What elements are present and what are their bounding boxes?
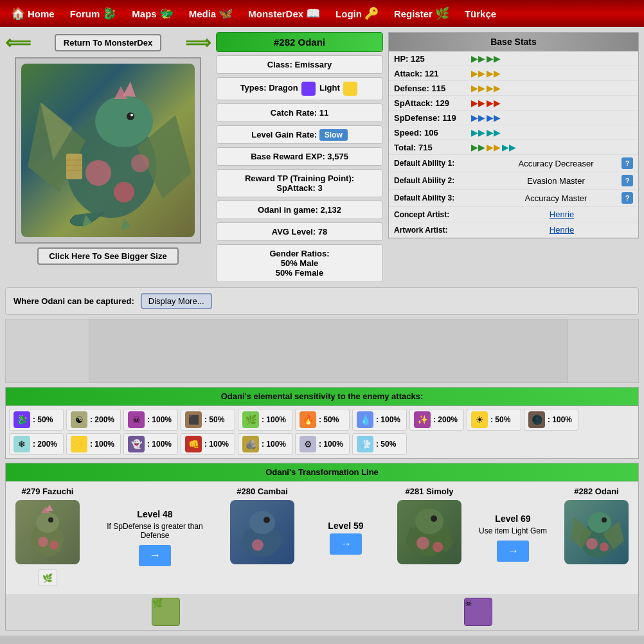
- psychic-type-icon: ✨: [414, 411, 431, 428]
- maps-icon: 🐲: [159, 6, 174, 21]
- svg-point-39: [588, 512, 611, 533]
- svg-point-32: [415, 508, 443, 534]
- capture-row: Where Odani can be captured: Display Mor…: [5, 287, 639, 315]
- bigger-size-button[interactable]: Click Here To See Bigger Size: [37, 247, 179, 265]
- spd-arrow-1: ▶▶: [471, 112, 485, 123]
- nav-forum[interactable]: Forum 🐉: [62, 6, 125, 21]
- svg-point-33: [431, 515, 437, 522]
- earth-value: : 50%: [204, 415, 224, 424]
- wind-type-icon: 💨: [357, 436, 373, 452]
- sensitivity-item-psychic: ✨ : 200%: [409, 409, 464, 431]
- monster-image-box: [15, 57, 201, 244]
- def-arrow-2: ▶▶: [487, 83, 501, 93]
- poison-value: : 100%: [147, 415, 172, 424]
- artwork-artist-link[interactable]: Henrie: [490, 225, 633, 235]
- evolution-2: Level 59 →: [304, 481, 388, 594]
- nav-register[interactable]: Register 🌿: [386, 6, 457, 21]
- concept-artist-link[interactable]: Henrie: [490, 210, 633, 219]
- nav-monsterdex[interactable]: MonsterDex 📖: [240, 6, 328, 21]
- nav-language[interactable]: Türkçe: [457, 8, 504, 19]
- svg-point-20: [48, 517, 53, 523]
- top-section: ⟸ Return To MonsterDex ⟹: [5, 32, 639, 282]
- nav-login[interactable]: Login 🔑: [328, 6, 386, 21]
- ability-1-help[interactable]: ?: [622, 157, 633, 169]
- normal-type-icon: ☯: [71, 411, 87, 428]
- ice-type-icon: ❄: [13, 436, 30, 452]
- bottom-icons: 🌿 ☠: [6, 594, 638, 630]
- sensitivity-item-normal: ☯ : 200%: [66, 409, 121, 431]
- map-left: [6, 319, 89, 382]
- display-more-button[interactable]: Display More...: [141, 293, 212, 309]
- evolution-3: Level 69 Use item Light Gem →: [471, 481, 555, 594]
- stat-hp: HP: 125 ▶▶ ▶▶: [389, 51, 638, 66]
- type-light-icon: [343, 82, 357, 96]
- tot-arrow-3: ▶▶: [502, 142, 516, 152]
- in-game-row: Odani in game: 2,132: [216, 201, 383, 219]
- spd2-arrow-2: ▶▶: [487, 127, 501, 138]
- dark-value: : 100%: [548, 415, 572, 424]
- ability-1-row: Default Ability 1: Accuracy Decreaser ?: [389, 155, 638, 172]
- types-row: Types: Dragon Light: [216, 77, 383, 100]
- fazuchi-image: [15, 500, 80, 564]
- sensitivity-item-ghost: 👻 : 100%: [123, 433, 178, 455]
- water-value: : 100%: [376, 415, 400, 424]
- stats-title: Base Stats: [389, 33, 638, 51]
- sensitivity-item-dragon: 🐉 : 50%: [9, 409, 64, 431]
- register-icon: 🌿: [435, 6, 449, 21]
- stats-box: Base Stats HP: 125 ▶▶ ▶▶ Attack: 121 ▶▶ …: [388, 32, 639, 238]
- right-panel: Base Stats HP: 125 ▶▶ ▶▶ Attack: 121 ▶▶ …: [388, 32, 639, 282]
- stat-total: Total: 715 ▶▶ ▶▶ ▶▶: [389, 140, 638, 155]
- transform-mon-2: #280 Cambai: [220, 481, 304, 594]
- svg-point-26: [249, 511, 275, 534]
- sensitivity-item-light: ☀ : 50%: [467, 409, 521, 431]
- prev-arrow[interactable]: ⟸: [5, 32, 31, 53]
- svg-point-9: [130, 114, 133, 116]
- svg-point-27: [264, 517, 270, 523]
- next-arrow[interactable]: ⟹: [185, 32, 211, 53]
- ghost-type-icon: 👻: [128, 436, 145, 452]
- evo-arrow-3[interactable]: →: [497, 541, 529, 562]
- return-button[interactable]: Return To MonsterDex: [55, 34, 161, 51]
- spa-arrow-1: ▶▶: [471, 98, 485, 108]
- svg-point-8: [127, 112, 134, 120]
- svg-point-24: [49, 541, 58, 550]
- map-center: [89, 319, 568, 382]
- svg-marker-22: [46, 505, 53, 511]
- media-icon: 🦋: [219, 6, 233, 21]
- ice-value: : 200%: [33, 440, 57, 449]
- transformation-section: Odani's Transformation Line #279 Fazuchi: [5, 463, 639, 631]
- wind-value: : 50%: [376, 440, 396, 449]
- sensitivity-item-earth: ⬛ : 50%: [181, 409, 235, 431]
- transform-mon-4: #282 Odani: [555, 481, 638, 594]
- fire-value: : 50%: [319, 415, 339, 424]
- light-type-icon: ☀: [471, 411, 488, 428]
- svg-point-6: [114, 182, 134, 202]
- hp-arrow-1: ▶▶: [471, 53, 485, 64]
- light-value: : 50%: [490, 415, 510, 424]
- nav-maps[interactable]: Maps 🐲: [124, 6, 181, 21]
- center-panel: #282 Odani Class: Emissary Types: Dragon…: [216, 32, 383, 282]
- sensitivity-grid: 🐉 : 50% ☯ : 200% ☠ : 100% ⬛ : 50% 🌿 : 10…: [6, 406, 638, 458]
- nav-home[interactable]: 🏠 Home: [3, 6, 62, 21]
- transform-mon-3: #281 Simoly: [388, 481, 471, 594]
- fighting-value: : 100%: [204, 440, 229, 449]
- nav-media[interactable]: Media 🦋: [181, 6, 241, 21]
- sensitivity-item-fire: 🔥 : 50%: [295, 409, 350, 431]
- ability-2-help[interactable]: ?: [622, 175, 633, 186]
- svg-point-23: [38, 537, 48, 547]
- catch-rate-row: Catch Rate: 11: [216, 103, 383, 122]
- svg-marker-11: [123, 82, 136, 97]
- stat-spattack: SpAttack: 129 ▶▶ ▶▶: [389, 96, 638, 111]
- avg-level-row: AVG Level: 78: [216, 222, 383, 241]
- concept-artist-row: Concept Artist: Henrie: [389, 207, 638, 222]
- simoly-image: [397, 500, 461, 564]
- ability-3-help[interactable]: ?: [622, 192, 633, 204]
- sensitivity-title: Odani's elemental sensitivity to the ene…: [6, 388, 638, 406]
- sensitivity-item-plant: 🌿 : 100%: [238, 409, 292, 431]
- dragon-value: : 50%: [33, 415, 53, 424]
- evo-arrow-2[interactable]: →: [330, 533, 362, 555]
- hp-arrow-2: ▶▶: [487, 53, 501, 64]
- gender-row: Gender Ratios: 50% Male 50% Female: [216, 244, 383, 282]
- spd-arrow-2: ▶▶: [487, 112, 501, 123]
- evo-arrow-1[interactable]: →: [139, 545, 171, 566]
